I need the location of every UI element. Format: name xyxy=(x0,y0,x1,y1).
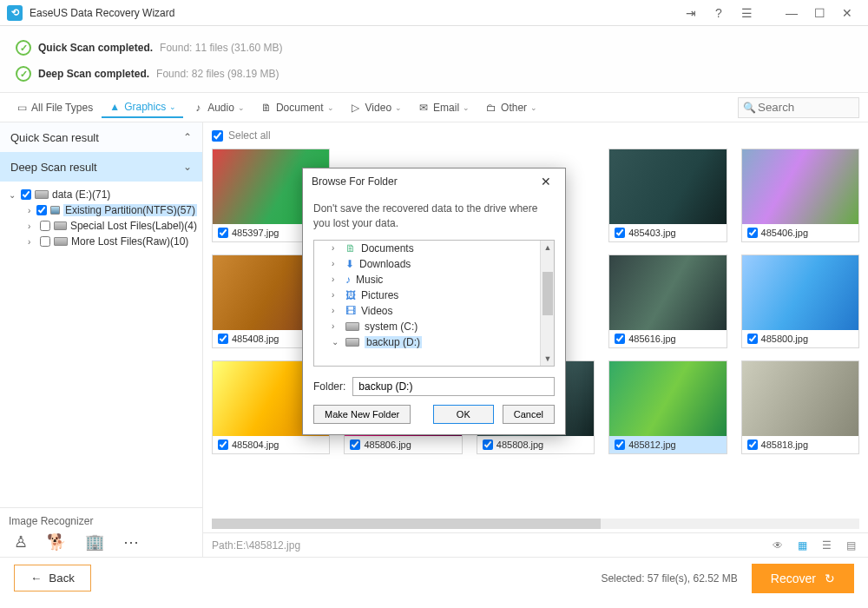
folder-node-documents[interactable]: ›🗎Documents xyxy=(314,241,554,256)
quick-scan-result-header[interactable]: Quick Scan result ⌃ xyxy=(0,122,202,152)
folder-node-music[interactable]: ›♪Music xyxy=(314,272,554,287)
node-checkbox[interactable] xyxy=(40,221,50,231)
more-icon[interactable]: ⋯ xyxy=(123,532,139,552)
back-button[interactable]: ← Back xyxy=(14,565,91,591)
thumbnail-filename: 485403.jpg xyxy=(628,228,675,238)
chevron-down-icon: ⌄ xyxy=(530,103,537,112)
result-tree: ⌄ data (E:)(71) › Existing Partition(NTF… xyxy=(0,182,202,254)
thumbnail-checkbox[interactable] xyxy=(615,228,625,238)
recover-button[interactable]: Recover ↻ xyxy=(752,564,854,593)
node-checkbox[interactable] xyxy=(36,205,47,215)
chevron-down-icon: ⌄ xyxy=(183,161,192,173)
node-checkbox[interactable] xyxy=(21,189,31,200)
thumbnail-checkbox[interactable] xyxy=(218,334,228,344)
search-input[interactable] xyxy=(738,97,859,118)
filter-graphics[interactable]: ▲ Graphics ⌄ xyxy=(102,97,183,118)
expand-icon[interactable]: › xyxy=(28,206,33,215)
dialog-scrollbar[interactable]: ▲ ▼ xyxy=(540,241,554,366)
search-icon: 🔍 xyxy=(743,102,756,114)
folder-node-backup-d[interactable]: ⌄backup (D:) xyxy=(314,334,554,350)
filter-email[interactable]: ✉ Email ⌄ xyxy=(411,98,477,117)
deep-scan-result-header[interactable]: Deep Scan result ⌄ xyxy=(0,152,202,182)
audio-icon: ♪ xyxy=(192,102,204,114)
thumbnail-checkbox[interactable] xyxy=(218,228,228,238)
download-icon: ⬇ xyxy=(345,258,354,270)
thumbnail-item[interactable]: 485812.jpg xyxy=(608,360,727,454)
tree-node-root[interactable]: ⌄ data (E:)(71) xyxy=(7,187,199,202)
minimize-button[interactable]: — xyxy=(778,1,806,25)
make-new-folder-button[interactable]: Make New Folder xyxy=(313,405,411,424)
ok-button[interactable]: OK xyxy=(433,405,494,424)
dialog-titlebar: Browse For Folder ✕ xyxy=(303,169,565,195)
select-all-checkbox[interactable] xyxy=(212,130,223,142)
filter-document[interactable]: 🗎 Document ⌄ xyxy=(253,98,341,117)
thumbnail-checkbox[interactable] xyxy=(350,439,360,450)
tree-node-existing-partition[interactable]: › Existing Partition(NTFS)(57) xyxy=(26,202,199,218)
person-icon[interactable]: ♙ xyxy=(14,532,28,552)
thumbnail-checkbox[interactable] xyxy=(747,334,758,344)
expand-icon[interactable]: › xyxy=(28,221,36,231)
maximize-button[interactable]: ☐ xyxy=(806,1,833,25)
drive-icon xyxy=(345,322,359,331)
dialog-title: Browse For Folder xyxy=(312,175,398,188)
filter-bar: ▭ All File Types ▲ Graphics ⌄ ♪ Audio ⌄ … xyxy=(0,93,868,122)
thumbnail-checkbox[interactable] xyxy=(483,439,493,450)
cancel-button[interactable]: Cancel xyxy=(503,405,555,424)
folder-input[interactable] xyxy=(352,377,555,396)
activate-icon[interactable]: ⇥ xyxy=(677,1,705,25)
dialog-close-button[interactable]: ✕ xyxy=(536,173,556,190)
thumbnail-filename: 485806.jpg xyxy=(364,439,411,450)
filter-other[interactable]: 🗀 Other ⌄ xyxy=(478,98,544,117)
thumbnail-filename: 485406.jpg xyxy=(761,228,808,238)
thumbnail-checkbox[interactable] xyxy=(218,439,228,450)
thumbnail-checkbox[interactable] xyxy=(615,439,625,450)
filter-video[interactable]: ▷ Video ⌄ xyxy=(343,98,409,117)
thumbnail-image xyxy=(609,361,726,436)
thumbnail-item[interactable]: 485403.jpg xyxy=(608,149,727,242)
tree-node-more-lost[interactable]: › More Lost Files(Raw)(10) xyxy=(26,234,199,249)
node-checkbox[interactable] xyxy=(40,236,50,247)
close-button[interactable]: ✕ xyxy=(833,1,861,25)
thumbnail-item[interactable]: 485818.jpg xyxy=(741,360,859,454)
thumbnail-checkbox[interactable] xyxy=(615,334,625,344)
folder-node-pictures[interactable]: ›🖼Pictures xyxy=(314,287,554,303)
horizontal-scrollbar[interactable] xyxy=(212,519,859,529)
help-icon[interactable]: ? xyxy=(705,1,733,25)
scroll-up-icon[interactable]: ▲ xyxy=(541,241,555,254)
collapse-icon[interactable]: ⌄ xyxy=(9,190,17,200)
folder-node-system-c[interactable]: ›system (C:) xyxy=(314,319,554,334)
detail-view-icon[interactable]: ▤ xyxy=(842,537,859,554)
folder-node-downloads[interactable]: ›⬇Downloads xyxy=(314,256,554,272)
thumbnail-image xyxy=(742,149,858,224)
arrow-left-icon: ← xyxy=(30,572,42,585)
thumbnail-checkbox[interactable] xyxy=(747,439,758,450)
thumbnail-checkbox[interactable] xyxy=(747,228,758,238)
folder-node-videos[interactable]: ›🎞Videos xyxy=(314,303,554,319)
thumbnail-filename: 485804.jpg xyxy=(232,439,279,450)
expand-icon[interactable]: › xyxy=(28,237,36,247)
thumbnail-filename: 485408.jpg xyxy=(232,334,279,344)
thumbnail-item[interactable]: 485406.jpg xyxy=(741,149,859,242)
search-box: 🔍 xyxy=(738,97,859,118)
thumbnail-item[interactable]: 485616.jpg xyxy=(608,254,727,348)
image-recognizer-panel: Image Recognizer ♙ 🐕 🏢 ⋯ xyxy=(0,507,202,557)
recognizer-title: Image Recognizer xyxy=(9,515,194,527)
path-text: Path:E:\485812.jpg xyxy=(212,539,300,552)
chevron-down-icon: ⌄ xyxy=(169,102,176,111)
drive-icon xyxy=(54,221,67,230)
filter-all[interactable]: ▭ All File Types xyxy=(9,98,100,117)
scroll-down-icon[interactable]: ▼ xyxy=(541,352,555,366)
grid-view-icon[interactable]: ▦ xyxy=(793,537,811,554)
chevron-down-icon: ⌄ xyxy=(395,103,402,112)
menu-icon[interactable]: ☰ xyxy=(733,1,760,25)
thumbnail-item[interactable]: 485800.jpg xyxy=(741,254,859,348)
list-view-icon[interactable]: ☰ xyxy=(818,537,835,554)
building-icon[interactable]: 🏢 xyxy=(85,532,104,552)
animal-icon[interactable]: 🐕 xyxy=(47,532,66,552)
tree-node-special-lost[interactable]: › Special Lost Files(Label)(4) xyxy=(26,218,199,234)
scroll-thumb[interactable] xyxy=(542,272,553,315)
chevron-down-icon: ⌄ xyxy=(327,103,334,112)
deep-scan-label: Deep Scan completed. xyxy=(38,68,149,80)
filter-audio[interactable]: ♪ Audio ⌄ xyxy=(185,98,252,117)
preview-icon[interactable]: 👁 xyxy=(769,537,786,554)
